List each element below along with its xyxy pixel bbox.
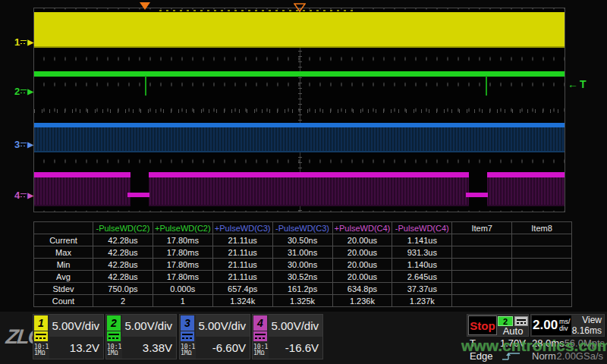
cell: 30.00ns bbox=[272, 259, 332, 271]
ch2-number-badge[interactable]: 2 bbox=[107, 315, 121, 331]
ch2-offset-marker[interactable]: 2 ▶ bbox=[11, 85, 33, 97]
trigger-mode[interactable]: Auto bbox=[503, 326, 524, 337]
cell bbox=[452, 271, 512, 283]
cell: 20.00us bbox=[332, 234, 392, 246]
cell: 2.645us bbox=[392, 271, 452, 283]
ch3-marker-label: 3 bbox=[14, 139, 20, 150]
table-row-avg: Avg 42.28us 17.80ms 21.11us 30.52ns 20.0… bbox=[34, 271, 572, 283]
trigger-position-marker-icon[interactable] bbox=[294, 2, 306, 15]
cell: 42.28us bbox=[93, 259, 153, 271]
ch1-trace[interactable] bbox=[34, 12, 565, 48]
cell: 1 bbox=[153, 295, 212, 307]
ch1-offset-marker[interactable]: 1 ▶ bbox=[11, 36, 33, 48]
ch4-status-box[interactable]: 4 10:11MΩ 5.00V/div -16.6V bbox=[252, 314, 323, 359]
waveform-display[interactable] bbox=[33, 8, 565, 212]
center-horizontal-ticks bbox=[34, 109, 565, 113]
row-label: Stdev bbox=[34, 283, 93, 295]
table-row-count: Count 2 1 1.324k 1.325k 1.236k 1.237k bbox=[34, 295, 572, 307]
col-header-pos-pulsewd-c3: +PulseWD(C3) bbox=[212, 222, 272, 234]
cell bbox=[452, 295, 512, 307]
ch4-pulse-gap bbox=[469, 171, 487, 208]
ch3-scale[interactable]: 5.00V/div bbox=[196, 315, 250, 337]
ch1-number-badge[interactable]: 1 bbox=[34, 315, 48, 331]
dc-coupling-icon bbox=[20, 142, 27, 147]
cell: 931.3us bbox=[392, 246, 452, 259]
marker-arrow-icon: ▶ bbox=[27, 87, 33, 96]
cell: 21.11us bbox=[212, 234, 272, 246]
cell: 21.11us bbox=[212, 246, 272, 259]
col-header-item7: Item7 bbox=[452, 222, 512, 234]
marker-arrow-icon: ▶ bbox=[27, 140, 33, 149]
watermark-text: www.cntronics.com bbox=[461, 337, 607, 355]
cell bbox=[452, 259, 512, 271]
ch4-low-segment bbox=[127, 193, 149, 197]
timebase-scale: 2.00 bbox=[533, 318, 558, 333]
ch2-offset-value[interactable]: 3.38V bbox=[122, 337, 176, 359]
ch1-marker-label: 1 bbox=[14, 36, 20, 48]
table-row-max: Max 42.28us 17.80ms 21.11us 31.00ns 20.0… bbox=[34, 246, 572, 259]
ch3-number-badge[interactable]: 3 bbox=[181, 315, 194, 331]
marker-arrow-icon: ▶ bbox=[27, 191, 33, 199]
dc-coupling-icon bbox=[20, 193, 27, 198]
trigger-arrow-icon: ← bbox=[568, 78, 578, 90]
cell: 30.52ns bbox=[272, 271, 332, 283]
ch4-marker-label: 4 bbox=[14, 190, 20, 201]
ch3-status-box[interactable]: 3 10:11MΩ 5.00V/div -6.60V bbox=[179, 314, 250, 359]
cell: 20.00us bbox=[332, 271, 392, 283]
cell bbox=[512, 283, 572, 295]
cell bbox=[512, 259, 572, 271]
view-value: 8.16ms bbox=[572, 325, 602, 336]
col-header-neg-pulsewd-c3: -PulseWD(C3) bbox=[272, 222, 332, 234]
ch1-scale[interactable]: 5.00V/div bbox=[49, 315, 103, 337]
cell: 750.0ps bbox=[93, 283, 153, 295]
cell: 20.00us bbox=[332, 259, 392, 271]
ch3-offset-marker[interactable]: 3 ▶ bbox=[11, 138, 33, 150]
cell: 0.000s bbox=[153, 283, 212, 295]
cell: 17.80ms bbox=[153, 259, 212, 271]
ch2-scale[interactable]: 5.00V/div bbox=[122, 315, 176, 337]
measurement-table[interactable]: -PulseWD(C2) +PulseWD(C2) +PulseWD(C3) -… bbox=[33, 221, 572, 307]
ch4-coupling-icon bbox=[253, 331, 267, 341]
cell bbox=[512, 295, 572, 307]
ch4-scale[interactable]: 5.00V/div bbox=[269, 315, 322, 337]
ch4-offset-value[interactable]: -16.6V bbox=[269, 337, 322, 359]
ch4-number-badge[interactable]: 4 bbox=[253, 315, 267, 331]
ch1-status-box[interactable]: 1 10:11MΩ 5.00V/div 13.2V bbox=[33, 314, 104, 359]
measurement-header-row: -PulseWD(C2) +PulseWD(C2) +PulseWD(C3) -… bbox=[34, 222, 572, 234]
row-label: Count bbox=[34, 295, 93, 307]
col-header-pos-pulsewd-c4: +PulseWD(C4) bbox=[332, 222, 392, 234]
ch3-coupling-icon bbox=[181, 331, 194, 341]
cell: 17.80ms bbox=[153, 234, 212, 246]
ch1-noise-speckle bbox=[159, 10, 357, 11]
col-header-neg-pulsewd-c4: -PulseWD(C4) bbox=[392, 222, 452, 234]
ch2-pulse-spike bbox=[486, 76, 487, 96]
ch1-coupling-icon bbox=[34, 331, 48, 341]
ch1-impedance: 1MΩ bbox=[34, 350, 45, 356]
ch2-status-box[interactable]: 2 10:11MΩ 5.00V/div 3.38V bbox=[105, 314, 177, 359]
cell bbox=[452, 234, 512, 246]
cell: 1.325k bbox=[272, 295, 332, 307]
marker-arrow-icon: ▶ bbox=[27, 38, 33, 46]
ch2-pulse-spike bbox=[145, 76, 146, 96]
run-state-button[interactable]: Stop bbox=[468, 315, 497, 335]
row-label: Max bbox=[34, 246, 93, 259]
cell: 1.324k bbox=[212, 295, 272, 307]
cell: 21.11us bbox=[212, 271, 272, 283]
cell: 1.237k bbox=[392, 295, 452, 307]
trigger-level-marker[interactable]: ← T bbox=[568, 78, 587, 90]
cell: 17.80ms bbox=[153, 271, 212, 283]
ch4-impedance: 1MΩ bbox=[253, 350, 264, 356]
timebase-scale-box[interactable]: 2.00 ms/div bbox=[532, 315, 571, 335]
cell: 161.2ps bbox=[272, 283, 332, 295]
cell: 1.140us bbox=[392, 259, 452, 271]
cell: 37.37us bbox=[392, 283, 452, 295]
dc-coupling-icon bbox=[20, 89, 27, 94]
ch3-offset-value[interactable]: -6.60V bbox=[196, 337, 250, 359]
trigger-delay-marker-icon[interactable] bbox=[140, 2, 150, 10]
ch4-offset-marker[interactable]: 4 ▶ bbox=[11, 189, 33, 201]
cell: 21.11us bbox=[212, 259, 272, 271]
cell: 20.00us bbox=[332, 246, 392, 259]
ch2-marker-label: 2 bbox=[14, 86, 20, 97]
ch4-pulse-gap bbox=[131, 171, 149, 208]
ch1-offset-value[interactable]: 13.2V bbox=[49, 337, 103, 359]
